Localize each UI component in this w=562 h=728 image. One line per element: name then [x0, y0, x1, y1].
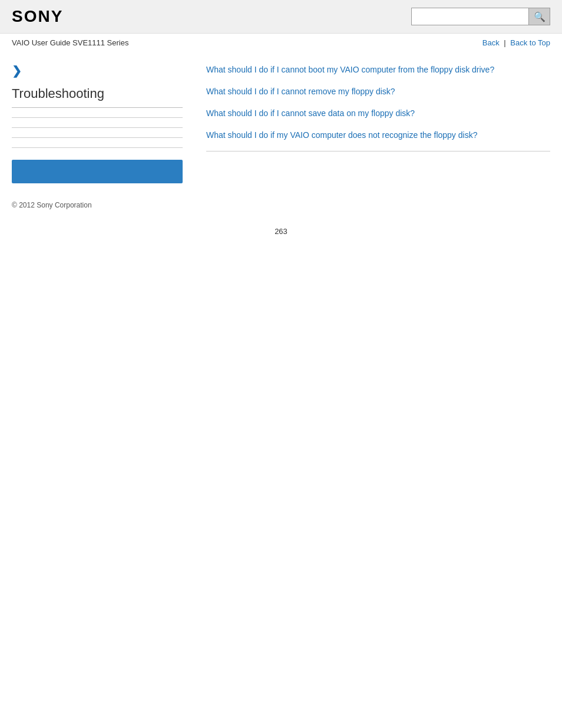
sidebar-divider-3 — [12, 137, 183, 138]
header: SONY 🔍 — [0, 0, 562, 34]
search-button[interactable]: 🔍 — [529, 8, 550, 25]
content-area: What should I do if I cannot boot my VAI… — [194, 64, 550, 183]
back-to-top-link[interactable]: Back to Top — [510, 38, 550, 47]
search-icon: 🔍 — [534, 11, 546, 22]
sidebar-blue-bar — [12, 160, 183, 183]
content-link-1[interactable]: What should I do if I cannot boot my VAI… — [206, 64, 550, 76]
sidebar-divider-1 — [12, 117, 183, 118]
main-content: ❯ Troubleshooting What should I do if I … — [0, 52, 562, 183]
sidebar-chevron-icon: ❯ — [12, 64, 183, 78]
content-link-4[interactable]: What should I do if my VAIO computer doe… — [206, 129, 550, 141]
sidebar-divider-4 — [12, 147, 183, 148]
sony-logo: SONY — [12, 7, 63, 26]
page-number: 263 — [0, 215, 562, 248]
sidebar-divider-2 — [12, 127, 183, 128]
content-link-3[interactable]: What should I do if I cannot save data o… — [206, 107, 550, 120]
footer-copyright: © 2012 Sony Corporation — [0, 183, 562, 215]
sidebar: ❯ Troubleshooting — [12, 64, 194, 183]
nav-bar: VAIO User Guide SVE1111 Series Back | Ba… — [0, 34, 562, 52]
nav-links: Back | Back to Top — [482, 38, 550, 47]
back-link[interactable]: Back — [482, 38, 500, 47]
sidebar-section-title: Troubleshooting — [12, 86, 183, 108]
content-divider — [206, 151, 550, 151]
content-link-2[interactable]: What should I do if I cannot remove my f… — [206, 85, 550, 98]
search-input[interactable] — [411, 8, 529, 25]
guide-title: VAIO User Guide SVE1111 Series — [12, 38, 128, 47]
nav-separator: | — [504, 38, 505, 47]
search-area: 🔍 — [411, 8, 550, 25]
